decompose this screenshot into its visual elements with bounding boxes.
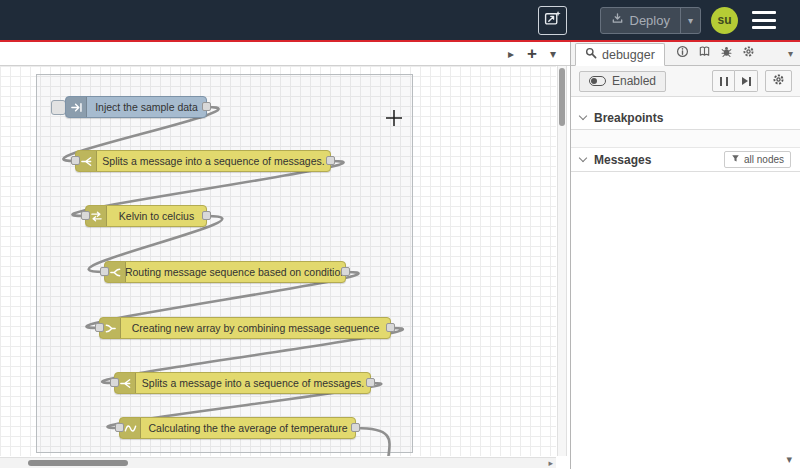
tab-help[interactable] xyxy=(695,41,714,65)
node-switch[interactable]: Routing message sequence based on condit… xyxy=(104,261,346,283)
message-filter-button[interactable]: all nodes xyxy=(724,151,791,168)
deploy-label: Deploy xyxy=(630,13,670,28)
avatar-initials: su xyxy=(717,13,731,27)
debugger-settings-button[interactable] xyxy=(765,70,792,92)
debugger-controls xyxy=(712,70,792,92)
sidebar-tabbar: debugger xyxy=(571,42,800,66)
node-input-port[interactable] xyxy=(115,423,124,432)
scroll-tabs-right-button[interactable]: ▸ xyxy=(508,48,514,60)
enabled-label: Enabled xyxy=(612,74,656,88)
breakpoints-list xyxy=(571,130,800,148)
hamburger-icon xyxy=(752,11,776,14)
step-button[interactable] xyxy=(735,70,758,92)
sidebar-icon-tabs xyxy=(673,41,758,65)
node-output-port[interactable] xyxy=(351,423,360,432)
node-label: Creating new array by combining message … xyxy=(121,318,390,338)
pause-icon xyxy=(720,77,728,86)
node-label: Kelvin to celcius xyxy=(107,206,206,226)
main-menu-button[interactable] xyxy=(752,11,776,29)
scroll-right-arrow-icon[interactable]: ▸ xyxy=(548,458,553,468)
chevron-down-icon xyxy=(579,112,587,120)
sparkle-box-icon xyxy=(544,10,561,30)
node-output-port[interactable] xyxy=(202,211,211,220)
step-icon xyxy=(742,77,751,86)
sidebar: debugger xyxy=(570,42,800,469)
gear-icon xyxy=(742,44,755,62)
debugger-tab-label: debugger xyxy=(602,48,655,62)
deploy-button-main[interactable]: Deploy xyxy=(601,8,680,33)
node-output-port[interactable] xyxy=(326,156,335,165)
inject-icon xyxy=(66,97,87,117)
node-red-app: Deploy ▾ su ▸ + ▾ xyxy=(0,0,800,469)
messages-title: Messages xyxy=(594,153,651,167)
node-label: Calculating the the average of temperatu… xyxy=(141,418,355,438)
tab-debugger[interactable]: debugger xyxy=(575,43,665,66)
header-action-button[interactable] xyxy=(538,6,567,35)
hamburger-icon xyxy=(752,26,776,29)
tab-config-nodes[interactable] xyxy=(739,41,758,65)
horizontal-scroll-thumb[interactable] xyxy=(28,460,128,466)
debugger-tab-icon xyxy=(585,47,597,62)
workspace-tabbar: ▸ + ▾ xyxy=(0,42,570,66)
deploy-options-caret[interactable]: ▾ xyxy=(680,8,700,33)
node-output-port[interactable] xyxy=(202,102,211,111)
tab-debug[interactable] xyxy=(717,41,736,65)
canvas-vertical-scrollbar[interactable] xyxy=(557,66,567,456)
messages-section-header[interactable]: Messages all nodes xyxy=(571,148,800,172)
node-label: Routing message sequence based on condit… xyxy=(126,262,345,282)
node-split[interactable]: Splits a message into a sequence of mess… xyxy=(75,150,331,172)
pause-button[interactable] xyxy=(712,70,735,92)
flow-list-button[interactable]: ▾ xyxy=(550,48,556,60)
user-avatar[interactable]: su xyxy=(711,7,738,34)
node-input-port[interactable] xyxy=(71,156,80,165)
funnel-icon xyxy=(731,154,740,165)
canvas-horizontal-scrollbar[interactable]: ▸ xyxy=(0,457,556,468)
header-bar: Deploy ▾ su xyxy=(0,0,800,42)
node-change[interactable]: Kelvin to celcius xyxy=(85,205,207,227)
node-label: Splits a message into a sequence of mess… xyxy=(136,373,370,393)
node-input-port[interactable] xyxy=(110,378,119,387)
sidebar-collapse-button[interactable]: ▾ xyxy=(786,453,792,466)
debugger-toolbar: Enabled xyxy=(571,66,800,97)
workspace-pane: ▸ + ▾ xyxy=(0,42,570,469)
deploy-icon xyxy=(611,12,624,28)
node-input-port[interactable] xyxy=(100,267,109,276)
info-icon xyxy=(676,44,689,62)
inject-trigger-button[interactable] xyxy=(51,100,66,115)
gear-icon xyxy=(772,73,785,89)
bug-icon xyxy=(720,44,733,62)
message-filter-label: all nodes xyxy=(744,154,784,165)
node-label: Inject the sample data xyxy=(87,97,206,117)
node-split[interactable]: Splits a message into a sequence of mess… xyxy=(114,372,371,394)
node-output-port[interactable] xyxy=(386,323,395,332)
hamburger-icon xyxy=(752,19,776,22)
breakpoints-section-header[interactable]: Breakpoints xyxy=(571,106,800,130)
node-input-port[interactable] xyxy=(95,323,104,332)
node-inject[interactable]: Inject the sample data xyxy=(65,96,207,118)
node-average[interactable]: Calculating the the average of temperatu… xyxy=(119,417,356,439)
node-label: Splits a message into a sequence of mess… xyxy=(97,151,330,171)
flow-canvas[interactable]: Inject the sample data Splits a message … xyxy=(0,66,556,456)
node-output-port[interactable] xyxy=(341,267,350,276)
book-icon xyxy=(698,44,711,62)
add-flow-button[interactable]: + xyxy=(527,45,537,62)
chevron-down-icon: ▾ xyxy=(688,15,693,26)
sidebar-tab-list-button[interactable]: ▾ xyxy=(788,48,793,59)
chevron-down-icon xyxy=(579,154,587,162)
debugger-enabled-toggle[interactable]: Enabled xyxy=(579,71,666,92)
vertical-scroll-thumb[interactable] xyxy=(559,68,565,126)
toggle-icon xyxy=(589,76,606,86)
node-join[interactable]: Creating new array by combining message … xyxy=(99,317,391,339)
deploy-button[interactable]: Deploy ▾ xyxy=(600,7,702,34)
tab-info[interactable] xyxy=(673,41,692,65)
node-output-port[interactable] xyxy=(366,378,375,387)
node-input-port[interactable] xyxy=(81,211,90,220)
breakpoints-title: Breakpoints xyxy=(594,111,663,125)
